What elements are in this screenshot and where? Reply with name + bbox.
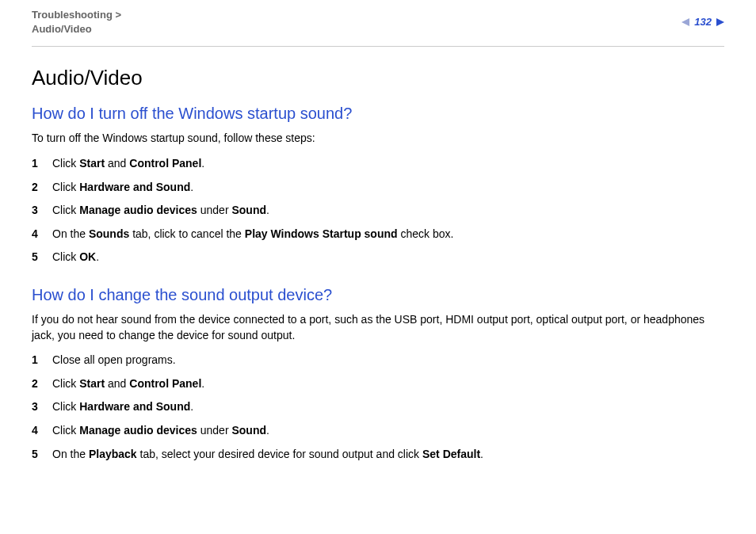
step-number: 2 [32,180,52,196]
step-number: 3 [32,399,52,415]
breadcrumb-parent: Troubleshooting > [32,9,121,21]
step-text: Click Start and Control Panel. [52,156,204,172]
step-text: Close all open programs. [52,353,176,368]
section-heading: How do I change the sound output device? [32,286,724,304]
step-item: 2Click Hardware and Sound. [32,180,724,196]
step-item: 1Close all open programs. [32,353,724,368]
step-number: 3 [32,203,52,219]
step-item: 4Click Manage audio devices under Sound. [32,423,724,439]
breadcrumb-current: Audio/Video [32,23,92,35]
section-intro: If you do not hear sound from the device… [32,312,724,343]
section-heading: How do I turn off the Windows startup so… [32,105,724,123]
step-number: 4 [32,227,52,242]
pager: 132 [682,8,724,28]
breadcrumb: Troubleshooting > Audio/Video [32,8,121,36]
step-number: 1 [32,156,52,172]
step-text: On the Sounds tab, click to cancel the P… [52,227,453,242]
step-text: Click Manage audio devices under Sound. [52,203,269,219]
step-item: 3Click Manage audio devices under Sound. [32,203,724,219]
section-intro: To turn off the Windows startup sound, f… [32,131,724,147]
section-output-device: How do I change the sound output device?… [32,286,724,462]
step-item: 2Click Start and Control Panel. [32,376,724,392]
step-number: 1 [32,353,52,368]
page-header: Troubleshooting > Audio/Video 132 [32,8,724,47]
step-text: On the Playback tab, select your desired… [52,447,483,463]
step-text: Click Start and Control Panel. [52,376,204,392]
step-number: 4 [32,423,52,439]
steps-list: 1Close all open programs.2Click Start an… [32,353,724,462]
step-text: Click Hardware and Sound. [52,180,193,196]
page-title: Audio/Video [32,66,724,90]
step-item: 4On the Sounds tab, click to cancel the … [32,227,724,242]
step-item: 5On the Playback tab, select your desire… [32,447,724,463]
step-text: Click Hardware and Sound. [52,399,193,415]
step-item: 5Click OK. [32,250,724,265]
step-text: Click Manage audio devices under Sound. [52,423,269,439]
prev-page-icon[interactable] [682,18,689,26]
step-number: 2 [32,376,52,392]
step-item: 1Click Start and Control Panel. [32,156,724,172]
page-number: 132 [694,16,712,28]
step-number: 5 [32,250,52,265]
next-page-icon[interactable] [716,18,724,26]
step-item: 3Click Hardware and Sound. [32,399,724,415]
step-text: Click OK. [52,250,99,265]
steps-list: 1Click Start and Control Panel.2Click Ha… [32,156,724,265]
section-startup-sound: How do I turn off the Windows startup so… [32,105,724,265]
step-number: 5 [32,447,52,463]
